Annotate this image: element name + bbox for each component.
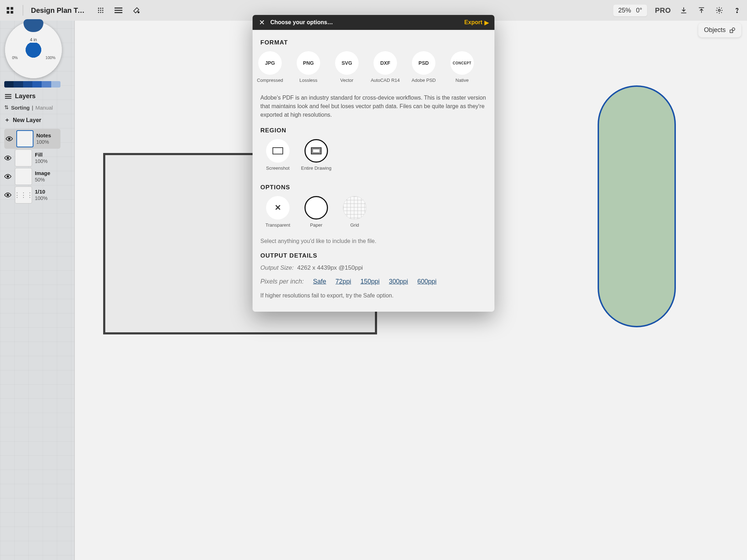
format-circle: JPG — [258, 51, 282, 75]
option-circle: ✕ — [266, 196, 290, 220]
screenshot-rect-icon — [272, 147, 283, 154]
format-circle: PNG — [297, 51, 320, 75]
close-icon[interactable]: ✕ — [258, 18, 265, 27]
include-option-label: Grid — [350, 222, 359, 233]
region-label: Entire Drawing — [301, 165, 331, 176]
entire-drawing-rect-icon — [311, 147, 322, 154]
format-option[interactable]: PNGLossless — [293, 51, 324, 89]
format-option[interactable]: PDFAdobe PDF, Flattened — [485, 51, 487, 89]
ppi-option[interactable]: Safe — [313, 278, 326, 285]
format-sublabel: Adobe PSD — [412, 78, 436, 88]
ppi-label: Pixels per inch: — [260, 278, 304, 285]
region-option[interactable]: Screenshot — [263, 139, 293, 176]
include-option[interactable]: Grid — [339, 196, 370, 233]
format-sublabel: Native — [456, 78, 469, 88]
include-option[interactable]: ✕Transparent — [263, 196, 293, 233]
export-modal: ✕ Choose your options… Export ▶ FORMAT J… — [253, 15, 494, 312]
section-output-title: OUTPUT DETAILS — [260, 252, 487, 259]
section-region-title: REGION — [260, 127, 487, 134]
format-sublabel: AutoCAD R14 — [371, 78, 400, 88]
grid-swatch-icon — [343, 196, 366, 220]
format-circle: CONCEPT — [450, 51, 474, 75]
modal-body: FORMAT JPGCompressedPNGLosslessSVGVector… — [253, 30, 494, 312]
include-option-label: Paper — [310, 222, 323, 233]
ppi-option[interactable]: 150ppi — [360, 278, 380, 285]
modal-header: ✕ Choose your options… Export ▶ — [253, 15, 494, 30]
play-icon: ▶ — [484, 19, 489, 26]
format-option[interactable]: CONCEPTNative — [447, 51, 477, 89]
section-options-title: OPTIONS — [260, 184, 487, 191]
output-size-label: Output Size: — [260, 264, 294, 271]
export-button[interactable]: Export ▶ — [464, 19, 489, 26]
export-button-label: Export — [464, 19, 482, 26]
region-options-row: ScreenshotEntire Drawing — [263, 139, 487, 176]
format-circle: PSD — [412, 51, 435, 75]
format-sublabel: Adobe PDF, Flattened — [485, 78, 487, 89]
format-sublabel: Vector — [340, 78, 354, 88]
option-circle — [304, 196, 328, 220]
format-sublabel: Lossless — [300, 78, 318, 88]
include-option-label: Transparent — [265, 222, 290, 233]
region-circle — [266, 139, 290, 163]
format-option[interactable]: DXFAutoCAD R14 — [370, 51, 401, 89]
format-sublabel: Compressed — [257, 78, 283, 88]
section-format-title: FORMAT — [260, 39, 487, 46]
region-option[interactable]: Entire Drawing — [301, 139, 332, 176]
format-circle: SVG — [335, 51, 359, 75]
region-circle — [304, 139, 328, 163]
format-option[interactable]: SVGVector — [332, 51, 362, 89]
format-description: Adobe's PDF is an industry standard for … — [260, 94, 487, 119]
options-hint: Select anything you'd like to include in… — [260, 238, 487, 244]
format-option[interactable]: PSDAdobe PSD — [408, 51, 439, 89]
ppi-row: Pixels per inch: Safe72ppi150ppi300ppi60… — [260, 278, 487, 285]
output-size-value: 4262 x 4439px @150ppi — [297, 264, 363, 271]
include-option[interactable]: Paper — [301, 196, 332, 233]
x-icon: ✕ — [275, 203, 281, 212]
modal-title: Choose your options… — [270, 19, 333, 26]
ppi-option[interactable]: 72ppi — [335, 278, 351, 285]
region-label: Screenshot — [266, 165, 290, 176]
include-options-row: ✕TransparentPaperGrid — [263, 196, 487, 233]
format-options-row: JPGCompressedPNGLosslessSVGVectorDXFAuto… — [255, 51, 487, 89]
ppi-hint: If higher resolutions fail to export, tr… — [260, 292, 487, 299]
format-option[interactable]: JPGCompressed — [255, 51, 285, 89]
ppi-option[interactable]: 600ppi — [417, 278, 436, 285]
format-circle: DXF — [374, 51, 397, 75]
ppi-option[interactable]: 300ppi — [389, 278, 408, 285]
